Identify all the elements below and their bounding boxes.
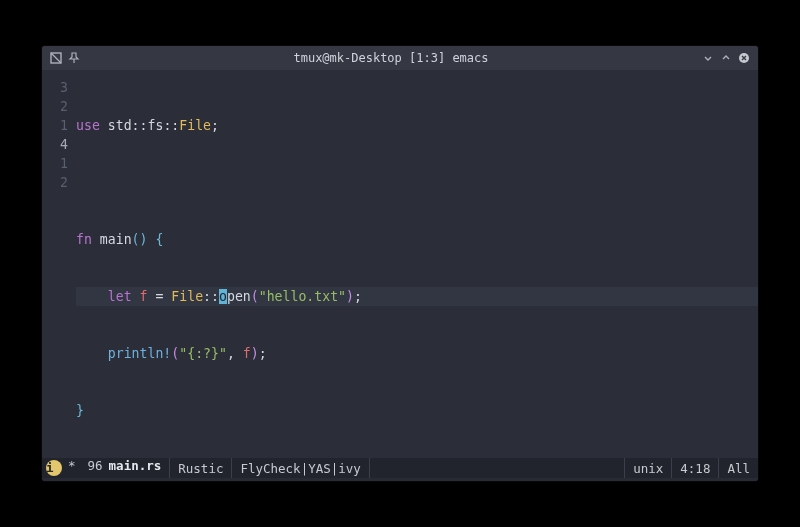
svg-line-1	[51, 53, 61, 63]
modified-indicator: *	[66, 458, 82, 478]
line-number: 1	[42, 154, 68, 173]
buffer-name[interactable]: main.rs	[109, 458, 171, 478]
major-mode[interactable]: Rustic	[170, 458, 232, 478]
app-menu-icon[interactable]	[50, 52, 62, 64]
info-icon[interactable]: i	[46, 460, 62, 476]
line-number: 2	[42, 173, 68, 192]
code-line[interactable]	[76, 173, 758, 192]
minibuffer: pub fn open<P: AsRef<Path>>(path: P) -> …	[42, 478, 758, 481]
buffer-size: 96	[82, 458, 109, 478]
modeline-spacer	[370, 458, 625, 478]
encoding-indicator[interactable]: unix	[625, 458, 672, 478]
code-content[interactable]: use std::fs::File; fn main() { let f = F…	[76, 78, 758, 458]
titlebar[interactable]: tmux@mk-Desktop [1:3] emacs	[42, 46, 758, 70]
code-line[interactable]: println!("{:?}", f);	[76, 344, 758, 363]
code-line[interactable]: fn main() {	[76, 230, 758, 249]
code-line-current[interactable]: let f = File::open("hello.txt");	[76, 287, 758, 306]
scroll-percent: All	[719, 458, 758, 478]
close-icon[interactable]	[738, 52, 750, 64]
line-number-current: 4	[42, 135, 68, 154]
pin-icon[interactable]	[68, 52, 80, 64]
terminal-window: tmux@mk-Desktop [1:3] emacs 3 2 1 4	[42, 46, 758, 481]
maximize-icon[interactable]	[720, 52, 732, 64]
code-line[interactable]: }	[76, 401, 758, 420]
window-title: tmux@mk-Desktop [1:3] emacs	[80, 51, 702, 65]
cursor-position[interactable]: 4:18	[672, 458, 719, 478]
minimize-icon[interactable]	[702, 52, 714, 64]
code-line[interactable]: use std::fs::File;	[76, 116, 758, 135]
line-number: 1	[42, 116, 68, 135]
line-number: 2	[42, 97, 68, 116]
editor-area[interactable]: 3 2 1 4 1 2 use std::fs::File; fn main()…	[42, 70, 758, 458]
modeline[interactable]: i * 96 main.rs Rustic FlyCheck|YAS|ivy u…	[42, 458, 758, 478]
line-number: 3	[42, 78, 68, 97]
line-number-gutter: 3 2 1 4 1 2	[42, 78, 76, 458]
text-cursor: o	[219, 289, 227, 304]
minor-modes[interactable]: FlyCheck|YAS|ivy	[232, 458, 369, 478]
